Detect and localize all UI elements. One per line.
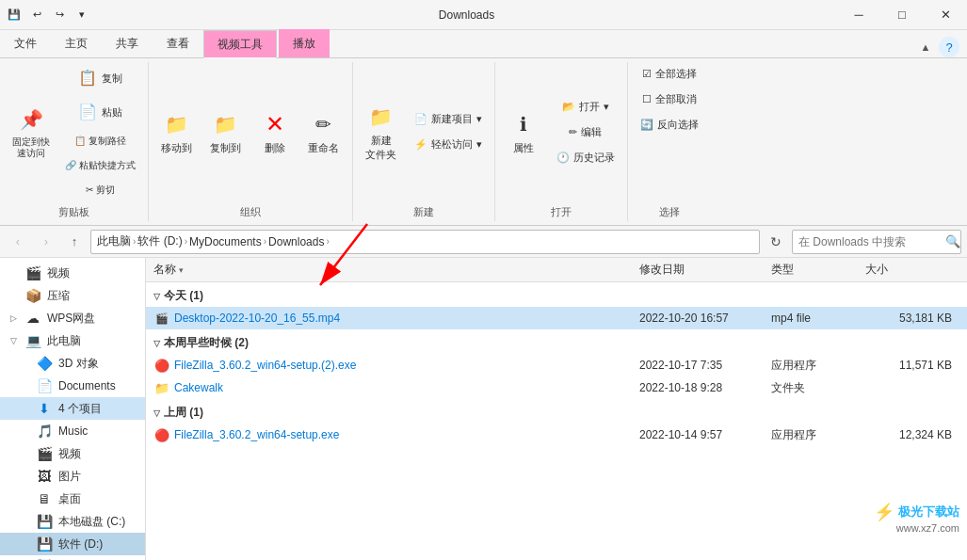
- up-button[interactable]: ↑: [62, 230, 87, 254]
- path-drive[interactable]: 软件 (D:): [137, 233, 182, 249]
- ribbon-collapse-icon[interactable]: ▲: [918, 40, 933, 55]
- copy-label: 复制: [102, 72, 122, 86]
- ribbon-group-new: 📁 新建文件夹 📄 新建项目 ▾ ⚡ 轻松访问 ▾: [353, 62, 495, 221]
- sidebar-item-drive-d[interactable]: 💾 软件 (D:): [0, 533, 145, 555]
- move-to-button[interactable]: 📁 移动到: [154, 104, 200, 160]
- path-computer[interactable]: 此电脑: [97, 233, 131, 249]
- search-box[interactable]: 🔍: [792, 230, 961, 254]
- close-button[interactable]: ✕: [924, 0, 967, 30]
- sidebar-label-drive-d: 软件 (D:): [58, 536, 103, 552]
- col-header-size[interactable]: 大小: [865, 262, 959, 278]
- docs-icon: 📄: [36, 377, 53, 394]
- tab-file[interactable]: 文件: [0, 29, 51, 57]
- properties-button[interactable]: ℹ 属性: [501, 104, 546, 160]
- new-item-button[interactable]: 📄 新建项目 ▾: [408, 107, 489, 131]
- sidebar-item-thispc[interactable]: ▽ 💻 此电脑: [0, 329, 145, 352]
- sidebar-item-downloads[interactable]: ⬇ 4 个项目: [0, 397, 145, 420]
- easy-access-arrow: ▾: [476, 138, 482, 151]
- sidebar-label-documents: Documents: [58, 379, 116, 392]
- address-path[interactable]: 此电脑 › 软件 (D:) › MyDocuments › Downloads …: [90, 230, 760, 254]
- new-folder-button[interactable]: 📁 新建文件夹: [359, 97, 404, 167]
- group-thisweek-label: 本周早些时候 (2): [164, 335, 249, 351]
- sidebar-item-video2[interactable]: 🎬 视频: [0, 442, 145, 465]
- col-header-date[interactable]: 修改日期: [639, 262, 771, 278]
- group-thisweek[interactable]: ▽ 本周早些时候 (2): [146, 329, 967, 354]
- search-input[interactable]: [793, 235, 945, 248]
- file-type-filezilla2: 应用程序: [771, 358, 865, 374]
- paste-icon: 📄: [77, 101, 98, 121]
- pin-to-quickaccess-button[interactable]: 📌 固定到快速访问: [6, 100, 56, 164]
- tab-play[interactable]: 播放: [279, 29, 330, 57]
- sidebar-item-compress[interactable]: 📦 压缩: [0, 284, 145, 307]
- file-row-cakewalk[interactable]: 📁 Cakewalk 2022-10-18 9:28 文件夹: [146, 376, 967, 399]
- sidebar-item-pictures[interactable]: 🖼 图片: [0, 465, 145, 488]
- file-row-mp4[interactable]: 🎬 Desktop-2022-10-20_16_55.mp4 2022-10-2…: [146, 307, 967, 329]
- paste-button[interactable]: 📄 粘贴: [58, 96, 142, 128]
- sidebar-item-drive-c[interactable]: 💾 本地磁盘 (C:): [0, 510, 145, 533]
- qat-dropdown[interactable]: ▾: [72, 5, 92, 25]
- edit-icon: ✏: [569, 126, 577, 138]
- search-icon[interactable]: 🔍: [945, 230, 960, 254]
- col-header-name[interactable]: 名称 ▾: [153, 262, 639, 278]
- sidebar-item-music[interactable]: 🎵 Music: [0, 420, 145, 442]
- tab-home[interactable]: 主页: [51, 29, 102, 57]
- delete-button[interactable]: ✕ 删除: [252, 104, 298, 160]
- tab-view[interactable]: 查看: [153, 29, 203, 57]
- easy-access-button[interactable]: ⚡ 轻松访问 ▾: [408, 133, 489, 156]
- group-lastweek-label: 上周 (1): [164, 405, 203, 421]
- sidebar-item-documents[interactable]: 📄 Documents: [0, 375, 145, 397]
- forward-button[interactable]: ›: [34, 230, 58, 254]
- file-row-filezilla1[interactable]: 🔴 FileZilla_3.60.2_win64-setup.exe 2022-…: [146, 424, 967, 446]
- cut-button[interactable]: ✂ 剪切: [58, 179, 142, 201]
- sidebar-label-wps: WPS网盘: [47, 311, 95, 327]
- new-buttons: 📁 新建文件夹 📄 新建项目 ▾ ⚡ 轻松访问 ▾: [359, 62, 489, 201]
- maximize-button[interactable]: □: [880, 0, 924, 30]
- group-today[interactable]: ▽ 今天 (1): [146, 282, 967, 307]
- sidebar-item-3d[interactable]: 🔷 3D 对象: [0, 352, 145, 375]
- quick-access-toolbar: 💾 ↩ ↪ ▾: [0, 5, 96, 25]
- file-row-filezilla2[interactable]: 🔴 FileZilla_3.60.2_win64-setup.(2).exe 2…: [146, 354, 967, 376]
- help-button[interactable]: ?: [939, 37, 959, 57]
- col-name-label: 名称: [153, 262, 176, 278]
- qat-redo[interactable]: ↪: [49, 5, 70, 25]
- thispc-icon: 💻: [24, 332, 41, 349]
- rename-button[interactable]: ✏ 重命名: [301, 104, 347, 160]
- wps-icon: ☁: [24, 310, 41, 327]
- refresh-button[interactable]: ↻: [764, 230, 788, 254]
- group-today-label: 今天 (1): [164, 288, 203, 304]
- sidebar-item-drive-e[interactable]: 💾 新加卷 (E:): [0, 555, 145, 560]
- sidebar-item-video1[interactable]: 🎬 视频: [0, 262, 145, 284]
- copy-to-button[interactable]: 📁 复制到: [203, 104, 249, 160]
- rename-label: 重命名: [308, 141, 339, 155]
- path-downloads[interactable]: Downloads: [268, 235, 324, 248]
- filezilla2-icon: 🔴: [153, 357, 170, 374]
- window-controls: ─ □ ✕: [837, 0, 967, 30]
- sidebar-item-wps[interactable]: ▷ ☁ WPS网盘: [0, 307, 145, 329]
- watermark-url: www.xz7.com: [896, 522, 959, 534]
- ribbon-tabs: 文件 主页 共享 查看 视频工具 播放 ▲ ?: [0, 30, 967, 58]
- select-all-button[interactable]: ☑ 全部选择: [636, 62, 703, 86]
- music-icon: 🎵: [36, 423, 53, 440]
- invert-select-button[interactable]: 🔄 反向选择: [634, 113, 705, 136]
- qat-save[interactable]: 💾: [4, 5, 24, 25]
- edit-button[interactable]: ✏ 编辑: [550, 120, 621, 144]
- tab-share[interactable]: 共享: [102, 29, 153, 57]
- paste-shortcut-button[interactable]: 🔗 粘贴快捷方式: [58, 154, 142, 177]
- select-none-button[interactable]: ☐ 全部取消: [636, 88, 703, 111]
- tab-video-tools[interactable]: 视频工具: [203, 30, 277, 58]
- copy-button[interactable]: 📋 复制: [58, 62, 142, 94]
- file-list-header: 名称 ▾ 修改日期 类型 大小: [146, 258, 967, 282]
- history-button[interactable]: 🕐 历史记录: [550, 146, 621, 169]
- group-lastweek[interactable]: ▽ 上周 (1): [146, 399, 967, 424]
- qat-undo[interactable]: ↩: [26, 5, 47, 25]
- sidebar-label-3d: 3D 对象: [58, 356, 99, 372]
- file-date-filezilla2: 2022-10-17 7:35: [639, 359, 771, 372]
- back-button[interactable]: ‹: [6, 230, 30, 254]
- path-mydoc[interactable]: MyDocuments: [189, 235, 262, 248]
- col-header-type[interactable]: 类型: [771, 262, 865, 278]
- ribbon-group-clipboard: 📌 固定到快速访问 📋 复制 📄 粘贴 📋 复制路径: [0, 62, 149, 221]
- minimize-button[interactable]: ─: [837, 0, 880, 30]
- copy-path-button[interactable]: 📋 复制路径: [58, 130, 142, 152]
- sidebar-item-desktop[interactable]: 🖥 桌面: [0, 488, 145, 510]
- open-button[interactable]: 📂 打开 ▾: [550, 95, 621, 119]
